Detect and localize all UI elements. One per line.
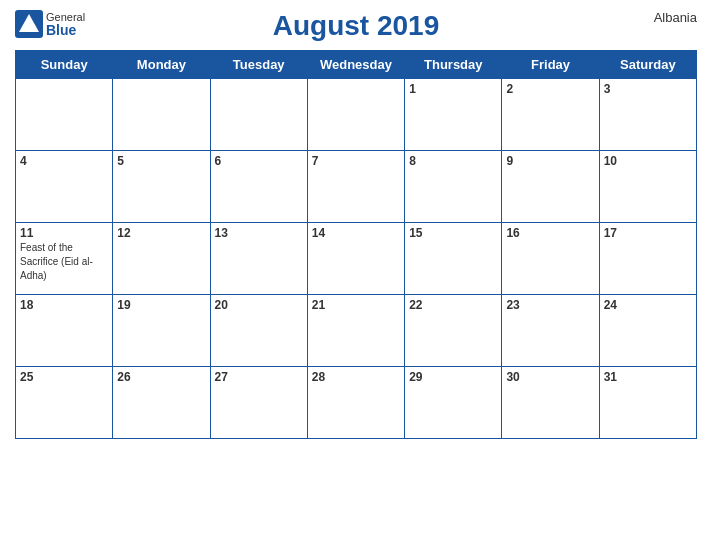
day-number: 28 — [312, 370, 400, 384]
calendar-cell: 19 — [113, 295, 210, 367]
logo-icon — [15, 10, 43, 38]
day-number: 27 — [215, 370, 303, 384]
weekday-header-row: SundayMondayTuesdayWednesdayThursdayFrid… — [16, 51, 697, 79]
day-number: 20 — [215, 298, 303, 312]
day-number: 31 — [604, 370, 692, 384]
country-label: Albania — [654, 10, 697, 25]
day-number: 16 — [506, 226, 594, 240]
calendar-week-row: 18192021222324 — [16, 295, 697, 367]
day-number: 13 — [215, 226, 303, 240]
holiday-text: Feast of the Sacrifice (Eid al-Adha) — [20, 242, 93, 281]
day-number: 1 — [409, 82, 497, 96]
day-number: 9 — [506, 154, 594, 168]
calendar-cell: 31 — [599, 367, 696, 439]
calendar-cell: 2 — [502, 79, 599, 151]
weekday-header-monday: Monday — [113, 51, 210, 79]
day-number: 23 — [506, 298, 594, 312]
calendar-cell: 14 — [307, 223, 404, 295]
day-number: 12 — [117, 226, 205, 240]
calendar-title: August 2019 — [273, 10, 440, 42]
calendar-container: General Blue August 2019 Albania SundayM… — [0, 0, 712, 550]
weekday-header-tuesday: Tuesday — [210, 51, 307, 79]
weekday-header-saturday: Saturday — [599, 51, 696, 79]
calendar-cell: 17 — [599, 223, 696, 295]
day-number: 15 — [409, 226, 497, 240]
day-number: 2 — [506, 82, 594, 96]
day-number: 8 — [409, 154, 497, 168]
calendar-cell: 15 — [405, 223, 502, 295]
calendar-cell: 5 — [113, 151, 210, 223]
calendar-cell: 16 — [502, 223, 599, 295]
calendar-cell: 20 — [210, 295, 307, 367]
day-number: 7 — [312, 154, 400, 168]
calendar-cell: 8 — [405, 151, 502, 223]
day-number: 18 — [20, 298, 108, 312]
calendar-week-row: 25262728293031 — [16, 367, 697, 439]
weekday-header-thursday: Thursday — [405, 51, 502, 79]
day-number: 10 — [604, 154, 692, 168]
calendar-cell: 22 — [405, 295, 502, 367]
day-number: 4 — [20, 154, 108, 168]
calendar-cell: 12 — [113, 223, 210, 295]
day-number: 3 — [604, 82, 692, 96]
logo: General Blue — [15, 10, 85, 38]
calendar-cell: 24 — [599, 295, 696, 367]
day-number: 5 — [117, 154, 205, 168]
calendar-cell: 21 — [307, 295, 404, 367]
day-number: 26 — [117, 370, 205, 384]
day-number: 24 — [604, 298, 692, 312]
calendar-cell: 13 — [210, 223, 307, 295]
calendar-week-row: 11Feast of the Sacrifice (Eid al-Adha)12… — [16, 223, 697, 295]
calendar-cell: 6 — [210, 151, 307, 223]
calendar-cell: 4 — [16, 151, 113, 223]
day-number: 25 — [20, 370, 108, 384]
calendar-cell: 30 — [502, 367, 599, 439]
calendar-cell: 27 — [210, 367, 307, 439]
calendar-cell — [16, 79, 113, 151]
calendar-cell: 25 — [16, 367, 113, 439]
calendar-header: General Blue August 2019 Albania — [15, 10, 697, 42]
calendar-cell — [307, 79, 404, 151]
calendar-table: SundayMondayTuesdayWednesdayThursdayFrid… — [15, 50, 697, 439]
calendar-cell — [210, 79, 307, 151]
day-number: 6 — [215, 154, 303, 168]
weekday-header-friday: Friday — [502, 51, 599, 79]
calendar-cell: 23 — [502, 295, 599, 367]
weekday-header-sunday: Sunday — [16, 51, 113, 79]
calendar-cell: 18 — [16, 295, 113, 367]
day-number: 11 — [20, 226, 108, 240]
calendar-cell — [113, 79, 210, 151]
day-number: 17 — [604, 226, 692, 240]
calendar-cell: 3 — [599, 79, 696, 151]
day-number: 30 — [506, 370, 594, 384]
calendar-cell: 28 — [307, 367, 404, 439]
day-number: 14 — [312, 226, 400, 240]
calendar-cell: 26 — [113, 367, 210, 439]
day-number: 21 — [312, 298, 400, 312]
logo-general-text: General — [46, 12, 85, 23]
calendar-cell: 10 — [599, 151, 696, 223]
logo-blue-text: Blue — [46, 23, 85, 37]
calendar-cell: 29 — [405, 367, 502, 439]
calendar-cell: 7 — [307, 151, 404, 223]
calendar-week-row: 123 — [16, 79, 697, 151]
calendar-cell: 11Feast of the Sacrifice (Eid al-Adha) — [16, 223, 113, 295]
weekday-header-wednesday: Wednesday — [307, 51, 404, 79]
calendar-week-row: 45678910 — [16, 151, 697, 223]
calendar-cell: 9 — [502, 151, 599, 223]
day-number: 29 — [409, 370, 497, 384]
day-number: 22 — [409, 298, 497, 312]
day-number: 19 — [117, 298, 205, 312]
calendar-cell: 1 — [405, 79, 502, 151]
